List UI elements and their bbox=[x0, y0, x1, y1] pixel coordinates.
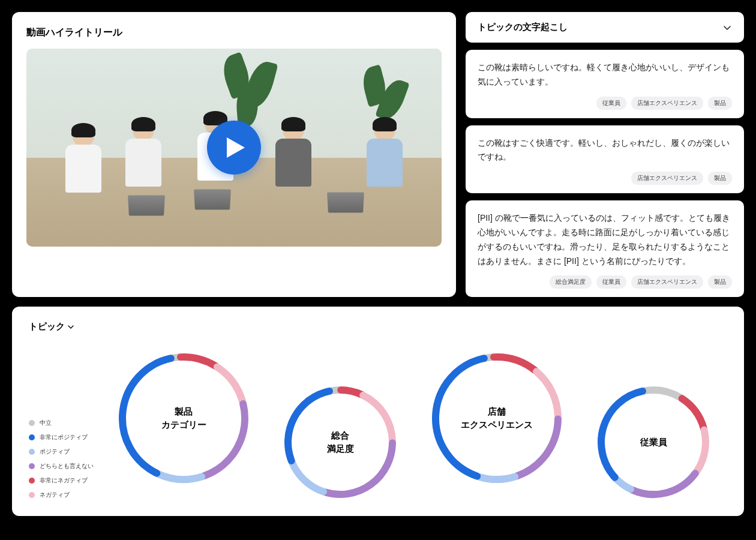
tag[interactable]: 製品 bbox=[708, 97, 732, 110]
legend-item: 非常にネガティブ bbox=[29, 476, 94, 485]
donut-segment[interactable] bbox=[517, 419, 558, 476]
donut-segment[interactable] bbox=[696, 430, 706, 472]
legend-item: ポジティブ bbox=[29, 448, 94, 456]
donut-segment[interactable] bbox=[601, 391, 643, 478]
transcript-column: トピックの文字起こし この靴は素晴らしいですね。軽くて履き心地がいいし、デザイン… bbox=[466, 12, 744, 297]
transcript-text: この靴はすごく快適です。軽いし、おしゃれだし、履くのが楽しいですね。 bbox=[478, 136, 732, 165]
donut-segment[interactable] bbox=[479, 477, 515, 480]
legend-label: ポジティブ bbox=[40, 448, 70, 456]
transcript-header[interactable]: トピックの文字起こし bbox=[466, 12, 744, 43]
play-icon bbox=[227, 137, 245, 158]
play-button[interactable] bbox=[207, 121, 261, 175]
legend-item: 中立 bbox=[29, 419, 94, 427]
transcript-text: この靴は素晴らしいですね。軽くて履き心地がいいし、デザインも気に入っています。 bbox=[478, 61, 732, 89]
top-row: 動画ハイライトリール bbox=[12, 12, 744, 297]
donut-chart bbox=[118, 352, 250, 484]
donut-segment[interactable] bbox=[644, 390, 680, 398]
video-thumbnail[interactable] bbox=[26, 49, 442, 247]
legend-item: ネガティブ bbox=[29, 491, 94, 499]
donut-wrap: 従業員 bbox=[596, 385, 710, 499]
donut-charts-row: 製品カテゴリー総合満足度店舗エクスペリエンス従業員 bbox=[29, 337, 727, 499]
video-highlight-card: 動画ハイライトリール bbox=[12, 12, 456, 297]
donut-chart bbox=[431, 352, 563, 484]
donut-segment[interactable] bbox=[292, 463, 323, 492]
legend-label: 中立 bbox=[40, 419, 52, 427]
transcript-header-title: トピックの文字起こし bbox=[478, 22, 568, 33]
donut-segment[interactable] bbox=[682, 399, 704, 428]
donut-segment[interactable] bbox=[159, 475, 202, 480]
tag[interactable]: 従業員 bbox=[596, 275, 626, 289]
tag-row: 総合満足度従業員店舗エクスペリエンス製品 bbox=[478, 275, 732, 289]
legend-label: ネガティブ bbox=[40, 491, 70, 499]
donut-segment[interactable] bbox=[494, 357, 535, 370]
tag[interactable]: 従業員 bbox=[596, 97, 626, 110]
legend-label: どちらとも言えない bbox=[40, 462, 94, 470]
legend-dot bbox=[29, 420, 35, 426]
transcript-item[interactable]: この靴は素晴らしいですね。軽くて履き心地がいいし、デザインも気に入っています。従… bbox=[466, 50, 744, 118]
tag[interactable]: 店舗エクスペリエンス bbox=[631, 97, 703, 110]
donut-segment[interactable] bbox=[288, 391, 329, 461]
video-title: 動画ハイライトリール bbox=[26, 26, 442, 39]
tag[interactable]: 総合満足度 bbox=[550, 275, 592, 289]
legend-dot bbox=[29, 434, 35, 440]
donut-wrap: 店舗エクスペリエンス bbox=[431, 352, 563, 484]
donut-segment[interactable] bbox=[536, 372, 558, 418]
topics-card: トピック 製品カテゴリー総合満足度店舗エクスペリエンス従業員 中立非常にポジティ… bbox=[12, 307, 744, 516]
tag-row: 店舗エクスペリエンス製品 bbox=[478, 172, 732, 185]
donut-segment[interactable] bbox=[122, 359, 171, 473]
topics-title-label: トピック bbox=[29, 321, 65, 332]
legend: 中立非常にポジティブポジティブどちらとも言えない非常にネガティブネガティブ bbox=[29, 419, 94, 499]
donut-segment[interactable] bbox=[181, 357, 215, 366]
donut-segment[interactable] bbox=[325, 443, 392, 495]
legend-item: 非常にポジティブ bbox=[29, 433, 94, 442]
donut-segment[interactable] bbox=[204, 404, 245, 476]
tag[interactable]: 製品 bbox=[708, 172, 732, 185]
legend-label: 非常にポジティブ bbox=[40, 433, 88, 442]
tag-row: 従業員店舗エクスペリエンス製品 bbox=[478, 97, 732, 110]
transcript-text: [PII] の靴で一番気に入っているのは、フィット感です。とても履き心地がいいん… bbox=[478, 211, 732, 268]
donut-wrap: 製品カテゴリー bbox=[118, 352, 250, 484]
transcript-item[interactable]: この靴はすごく快適です。軽いし、おしゃれだし、履くのが楽しいですね。店舗エクスペ… bbox=[466, 125, 744, 194]
legend-dot bbox=[29, 478, 35, 484]
tag[interactable]: 店舗エクスペリエンス bbox=[631, 172, 703, 185]
donut-chart bbox=[596, 385, 710, 499]
transcript-item[interactable]: [PII] の靴で一番気に入っているのは、フィット感です。とても履き心地がいいん… bbox=[466, 200, 744, 297]
legend-item: どちらとも言えない bbox=[29, 462, 94, 470]
chevron-down-icon bbox=[67, 323, 74, 331]
legend-label: 非常にネガティブ bbox=[40, 476, 88, 485]
donut-wrap: 総合満足度 bbox=[283, 385, 397, 499]
tag[interactable]: 店舗エクスペリエンス bbox=[631, 275, 703, 289]
donut-segment[interactable] bbox=[632, 473, 695, 494]
topics-title[interactable]: トピック bbox=[29, 321, 74, 332]
legend-dot bbox=[29, 449, 35, 455]
donut-segment[interactable] bbox=[363, 395, 392, 441]
chevron-down-icon bbox=[722, 23, 732, 32]
tag[interactable]: 製品 bbox=[708, 275, 732, 289]
donut-segment[interactable] bbox=[436, 359, 484, 476]
legend-dot bbox=[29, 492, 35, 498]
donut-segment[interactable] bbox=[217, 367, 242, 402]
legend-dot bbox=[29, 463, 35, 469]
donut-segment[interactable] bbox=[616, 479, 631, 489]
donut-segment[interactable] bbox=[341, 390, 361, 395]
donut-chart bbox=[283, 385, 397, 499]
